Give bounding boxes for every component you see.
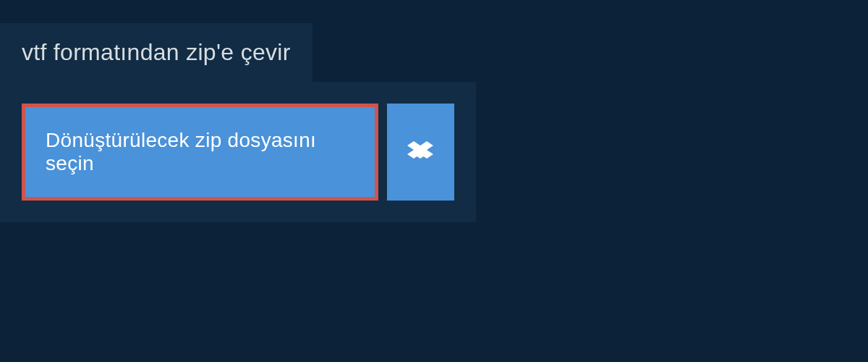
choose-file-label: Dönüştürülecek zip dosyasını seçin	[46, 129, 354, 175]
page-title: vtf formatından zip'e çevir	[22, 39, 291, 66]
choose-file-button[interactable]: Dönüştürülecek zip dosyasını seçin	[22, 104, 378, 201]
tab-header: vtf formatından zip'e çevir	[0, 23, 312, 82]
dropbox-button[interactable]	[387, 104, 454, 201]
upload-panel: Dönüştürülecek zip dosyasını seçin	[0, 82, 476, 222]
button-row: Dönüştürülecek zip dosyasını seçin	[22, 104, 454, 201]
dropbox-icon	[407, 139, 433, 165]
